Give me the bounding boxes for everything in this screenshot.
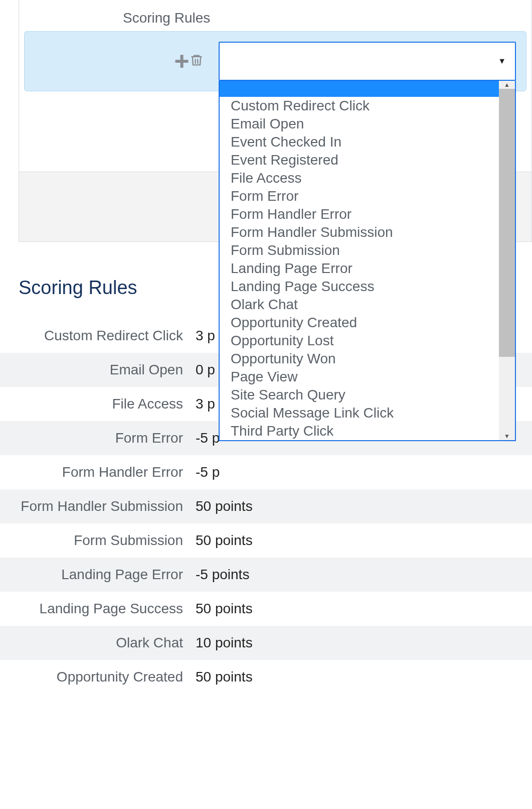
dropdown-option[interactable]: File Access bbox=[220, 169, 499, 187]
rule-row: ➕︎ ▼ Custom Redirect ClickEmail OpenEven… bbox=[24, 31, 526, 91]
rule-value: 3 p bbox=[196, 396, 215, 412]
table-row: Landing Page Error-5 points bbox=[0, 558, 532, 592]
dropdown-option[interactable]: Opportunity Created bbox=[220, 314, 499, 332]
panel-header: Scoring Rules bbox=[19, 0, 531, 31]
dropdown-option[interactable]: Third Party Click bbox=[220, 422, 499, 440]
rule-value: -5 points bbox=[196, 567, 249, 583]
rule-label: Form Handler Submission bbox=[0, 498, 196, 514]
dropdown-option[interactable]: Opportunity Won bbox=[220, 350, 499, 368]
rule-value: -5 p bbox=[196, 464, 220, 480]
dropdown-option[interactable]: Form Handler Error bbox=[220, 205, 499, 223]
dropdown-option[interactable]: Page View bbox=[220, 368, 499, 386]
table-row: Form Handler Error-5 p bbox=[0, 455, 532, 489]
dropdown-option[interactable]: Form Handler Submission bbox=[220, 223, 499, 241]
plus-icon[interactable]: ➕︎ bbox=[175, 52, 189, 70]
dropdown-option[interactable]: Custom Redirect Click bbox=[220, 97, 499, 115]
dropdown-option[interactable]: Event Checked In bbox=[220, 133, 499, 151]
dropdown-option[interactable]: Form Error bbox=[220, 187, 499, 205]
rule-value: 50 points bbox=[196, 532, 253, 549]
rule-value: 0 p bbox=[196, 362, 215, 378]
rule-label: Custom Redirect Click bbox=[0, 328, 196, 344]
dropdown-option[interactable]: Social Message Link Click bbox=[220, 404, 499, 422]
dropdown-scrollbar[interactable]: ▲ ▼ bbox=[499, 81, 515, 440]
dropdown-option[interactable]: Landing Page Success bbox=[220, 278, 499, 296]
scroll-thumb[interactable] bbox=[499, 89, 515, 357]
table-row: Opportunity Created50 points bbox=[0, 660, 532, 694]
dropdown-option-blank[interactable] bbox=[220, 81, 499, 97]
table-row: Form Submission50 points bbox=[0, 523, 532, 558]
rule-label: Form Submission bbox=[0, 532, 196, 549]
table-row: Landing Page Success50 points bbox=[0, 592, 532, 626]
rule-value: 50 points bbox=[196, 498, 253, 514]
table-row: Olark Chat10 points bbox=[0, 626, 532, 660]
rule-actions: ➕︎ bbox=[175, 52, 204, 70]
dropdown-option[interactable]: Event Registered bbox=[220, 151, 499, 169]
rule-value: 3 p bbox=[196, 328, 215, 344]
dropdown-option[interactable]: Form Submission bbox=[220, 241, 499, 259]
rule-label: Form Handler Error bbox=[0, 464, 196, 480]
dropdown-option[interactable]: Olark Chat bbox=[220, 296, 499, 314]
rule-type-select-wrap: ▼ Custom Redirect ClickEmail OpenEvent C… bbox=[219, 42, 516, 81]
rule-value: -5 p bbox=[196, 430, 220, 446]
dropdown-option[interactable]: Opportunity Lost bbox=[220, 332, 499, 350]
scroll-up-arrow-icon[interactable]: ▲ bbox=[504, 81, 510, 89]
rule-label: Olark Chat bbox=[0, 635, 196, 651]
rule-label: Landing Page Error bbox=[0, 567, 196, 583]
dropdown-option[interactable]: Site Search Query bbox=[220, 386, 499, 404]
table-row: Form Handler Submission50 points bbox=[0, 489, 532, 523]
rule-label: Landing Page Success bbox=[0, 601, 196, 617]
rule-label: File Access bbox=[0, 396, 196, 412]
rule-type-select[interactable]: ▼ bbox=[219, 42, 516, 81]
dropdown-option[interactable]: Email Open bbox=[220, 115, 499, 133]
rule-type-dropdown: Custom Redirect ClickEmail OpenEvent Che… bbox=[219, 81, 516, 441]
rule-label: Email Open bbox=[0, 362, 196, 378]
rule-value: 10 points bbox=[196, 635, 253, 651]
dropdown-option[interactable]: Landing Page Error bbox=[220, 259, 499, 278]
panel-header-label: Scoring Rules bbox=[19, 10, 210, 26]
scroll-down-arrow-icon[interactable]: ▼ bbox=[504, 432, 510, 440]
rule-label: Form Error bbox=[0, 430, 196, 446]
chevron-down-icon: ▼ bbox=[498, 57, 506, 66]
rule-label: Opportunity Created bbox=[0, 669, 196, 685]
trash-icon[interactable] bbox=[190, 53, 204, 70]
rule-value: 50 points bbox=[196, 601, 253, 617]
rule-value: 50 points bbox=[196, 669, 253, 685]
scoring-rules-panel: Scoring Rules ➕︎ ▼ Custom Redirect Click… bbox=[19, 0, 532, 242]
